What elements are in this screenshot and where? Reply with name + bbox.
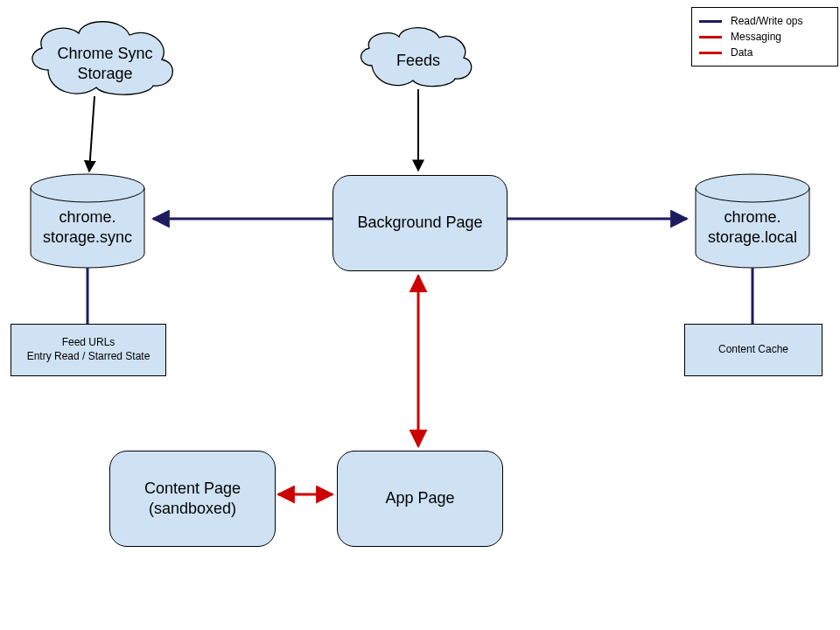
node-app-page-label: App Page [380,488,459,508]
legend-swatch-readwrite [699,20,722,23]
legend-label-messaging: Messaging [731,31,781,43]
node-feed-urls-label: Feed URLsEntry Read / Starred State [22,336,156,363]
legend-swatch-messaging [699,36,722,38]
legend-swatch-data [699,52,722,54]
db-sync-label: chrome.storage.sync [31,207,144,248]
node-content-cache-label: Content Cache [713,343,794,357]
node-content-page: Content Page(sandboxed) [109,451,276,547]
node-background-page-label: Background Page [352,213,487,233]
legend-label-readwrite: Read/Write ops [731,15,802,27]
legend-row-messaging: Messaging [699,29,829,45]
cloud-feeds-label: Feeds [383,51,453,71]
cloud-sync-label: Chrome SyncStorage [52,44,158,83]
node-content-cache: Content Cache [684,324,822,376]
legend: Read/Write ops Messaging Data [691,7,838,66]
edge-cloud-to-syncdb [89,96,94,172]
node-feed-urls: Feed URLsEntry Read / Starred State [10,324,166,376]
node-content-page-label: Content Page(sandboxed) [139,479,246,520]
node-app-page: App Page [337,451,503,547]
legend-row-readwrite: Read/Write ops [699,13,829,29]
db-local-label: chrome.storage.local [696,207,809,248]
legend-label-data: Data [731,46,752,59]
legend-row-data: Data [699,45,829,60]
node-background-page: Background Page [332,175,508,271]
